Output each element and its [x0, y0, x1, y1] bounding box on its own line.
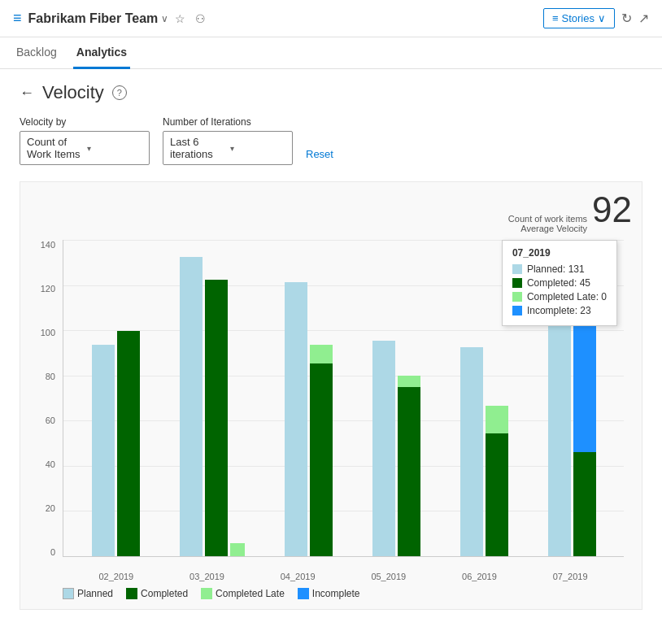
- favorite-icon[interactable]: ☆: [175, 12, 185, 25]
- tooltip-completed-label: Completed: 45: [527, 277, 590, 289]
- legend-incomplete-label: Incomplete: [312, 588, 360, 599]
- bar-group-05-2019: [372, 341, 420, 556]
- page-content: ← Velocity ? Velocity by Count of Work I…: [0, 69, 662, 623]
- y-label-0: 0: [30, 547, 59, 557]
- legend-planned: Planned: [63, 588, 113, 599]
- bar-planned-06[interactable]: [460, 347, 483, 556]
- bar-completedlate-04[interactable]: [310, 345, 333, 363]
- team-chevron-icon[interactable]: ∨: [161, 13, 168, 24]
- tooltip-planned-label: Planned: 131: [527, 263, 585, 275]
- x-label-05: 05_2019: [371, 572, 406, 581]
- y-label-20: 20: [30, 503, 59, 513]
- bar-group-06-2019: [460, 347, 508, 556]
- avg-velocity-label: Count of work items: [508, 214, 587, 224]
- bar-planned-03[interactable]: [180, 257, 203, 556]
- y-axis: 140 120 100 80 60 40 20 0: [30, 240, 59, 557]
- expand-button[interactable]: ↗: [638, 11, 649, 26]
- legend-completedlate-label: Completed Late: [216, 588, 285, 599]
- iterations-caret-icon: ▾: [230, 144, 285, 153]
- controls: Velocity by Count of Work Items ▾ Number…: [20, 116, 642, 165]
- tooltip-incomplete-label: Incomplete: 23: [527, 305, 591, 316]
- stories-icon: ≡: [552, 12, 559, 24]
- legend-incomplete-swatch: [298, 588, 309, 599]
- stories-button[interactable]: ≡ Stories ∨: [543, 8, 615, 28]
- page-title: Velocity: [42, 82, 104, 103]
- velocity-by-group: Velocity by Count of Work Items ▾: [20, 116, 150, 165]
- header-right: ≡ Stories ∨ ↻ ↗: [543, 8, 649, 28]
- bar-planned-02[interactable]: [92, 345, 115, 556]
- velocity-by-value: Count of Work Items: [27, 136, 82, 160]
- tooltip-row-completed: Completed: 45: [512, 277, 607, 289]
- bar-planned-05[interactable]: [372, 341, 395, 556]
- x-label-04: 04_2019: [281, 572, 316, 581]
- legend-completedlate-swatch: [201, 588, 212, 599]
- tab-backlog[interactable]: Backlog: [13, 37, 60, 69]
- nav-tabs: Backlog Analytics: [0, 37, 662, 69]
- chart-top: Count of work items Average Velocity 92: [30, 192, 632, 233]
- tooltip-planned-swatch: [512, 264, 522, 274]
- chart-container: Count of work items Average Velocity 92 …: [20, 181, 642, 610]
- y-label-60: 60: [30, 416, 59, 425]
- chart-legend: Planned Completed Completed Late Incompl…: [30, 588, 632, 599]
- team-name: Fabrikam Fiber Team: [28, 11, 159, 26]
- bar-completed-06[interactable]: [486, 433, 508, 556]
- y-label-140: 140: [30, 240, 59, 250]
- stories-chevron-icon: ∨: [598, 12, 606, 24]
- legend-planned-swatch: [63, 588, 74, 599]
- page-header: ← Velocity ?: [20, 82, 642, 103]
- header-action-icons: ☆ ⚇: [175, 12, 206, 25]
- tooltip-completed-swatch: [512, 278, 522, 288]
- bar-completed-07[interactable]: [573, 452, 596, 556]
- legend-completedlate: Completed Late: [201, 588, 285, 599]
- bar-planned-04[interactable]: [285, 282, 307, 556]
- bar-completed-03[interactable]: [205, 280, 228, 556]
- bar-completed-05[interactable]: [398, 387, 420, 556]
- iterations-value: Last 6 iterations: [170, 136, 225, 160]
- bar-completedlate-06[interactable]: [486, 406, 508, 433]
- bar-completed-04[interactable]: [310, 363, 333, 556]
- reset-button[interactable]: Reset: [306, 148, 333, 160]
- tooltip-completedlate-swatch: [512, 292, 522, 302]
- tooltip-row-planned: Planned: 131: [512, 263, 607, 275]
- tooltip-incomplete-swatch: [512, 306, 522, 315]
- velocity-stat: Count of work items Average Velocity 92: [508, 192, 632, 233]
- back-button[interactable]: ←: [20, 85, 34, 102]
- bar-group-03-2019: [180, 257, 245, 556]
- refresh-button[interactable]: ↻: [621, 11, 632, 26]
- chart-inner: 07_2019 Planned: 131 Completed: 45 Compl…: [63, 240, 624, 557]
- legend-completed-label: Completed: [141, 588, 188, 599]
- bar-group-04-2019: [285, 282, 333, 556]
- velocity-by-dropdown[interactable]: Count of Work Items ▾: [20, 131, 150, 165]
- y-label-40: 40: [30, 459, 59, 469]
- app-header: ≡ Fabrikam Fiber Team ∨ ☆ ⚇ ≡ Stories ∨ …: [0, 0, 662, 37]
- legend-completed-swatch: [126, 588, 137, 599]
- people-icon[interactable]: ⚇: [195, 12, 206, 25]
- avg-velocity-sublabel: Average Velocity: [508, 224, 587, 233]
- tab-analytics[interactable]: Analytics: [73, 37, 130, 69]
- chart-area: 140 120 100 80 60 40 20 0: [30, 240, 632, 581]
- tooltip-title: 07_2019: [512, 247, 607, 259]
- y-label-80: 80: [30, 372, 59, 381]
- tooltip-row-incomplete: Incomplete: 23: [512, 305, 607, 316]
- tooltip-row-completedlate: Completed Late: 0: [512, 291, 607, 302]
- x-label-07: 07_2019: [553, 572, 588, 581]
- avg-velocity-value: 92: [592, 192, 632, 228]
- iterations-dropdown[interactable]: Last 6 iterations ▾: [163, 131, 293, 165]
- chart-tooltip: 07_2019 Planned: 131 Completed: 45 Compl…: [502, 240, 617, 326]
- bar-completedlate-03[interactable]: [230, 543, 245, 556]
- app-icon: ≡: [13, 10, 22, 27]
- bar-completed-02[interactable]: [117, 331, 140, 556]
- bar-completedlate-05[interactable]: [398, 376, 420, 387]
- x-label-06: 06_2019: [462, 572, 497, 581]
- iterations-label: Number of Iterations: [163, 116, 293, 128]
- x-label-03: 03_2019: [189, 572, 224, 581]
- legend-completed: Completed: [126, 588, 188, 599]
- bar-group-02-2019: [92, 331, 140, 556]
- iterations-group: Number of Iterations Last 6 iterations ▾: [163, 116, 293, 165]
- legend-planned-label: Planned: [77, 588, 113, 599]
- x-label-02: 02_2019: [98, 572, 133, 581]
- tooltip-completedlate-label: Completed Late: 0: [527, 291, 607, 302]
- help-icon[interactable]: ?: [112, 85, 127, 100]
- y-label-100: 100: [30, 328, 59, 337]
- y-label-120: 120: [30, 284, 59, 294]
